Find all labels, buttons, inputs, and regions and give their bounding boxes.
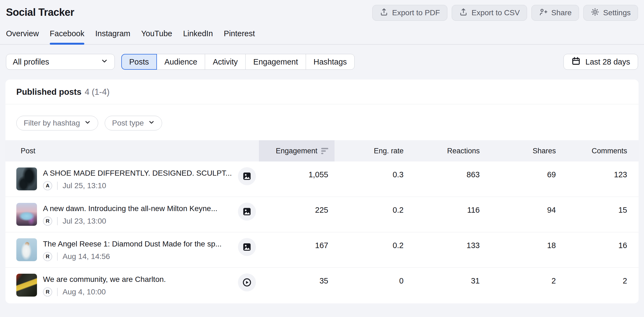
view-hashtags-button[interactable]: Hashtags <box>306 54 355 70</box>
toolbar: Export to PDF Export to CSV Share Settin… <box>372 5 638 21</box>
post-cell: The Angel Reese 1: Diamond Dust Made for… <box>5 232 259 267</box>
calendar-icon <box>571 56 581 68</box>
post-type-filter-label: Post type <box>112 119 144 127</box>
post-thumbnail[interactable] <box>16 238 37 261</box>
column-header-eng-rate[interactable]: Eng. rate <box>335 140 404 161</box>
tab-instagram[interactable]: Instagram <box>95 29 130 44</box>
comments-value: 15 <box>556 197 639 232</box>
post-meta: R Aug 4, 10:00 <box>43 287 166 297</box>
post-title[interactable]: A SHOE MADE DIFFERENTLY. DESIGNED. SCULP… <box>43 169 232 178</box>
tab-facebook[interactable]: Facebook <box>50 29 84 44</box>
engagement-value: 1,055 <box>259 161 335 197</box>
profile-badge: R <box>43 287 52 297</box>
comments-value: 2 <box>556 268 639 303</box>
post-date: Aug 14, 14:56 <box>63 252 110 261</box>
date-range-button[interactable]: Last 28 days <box>564 54 638 70</box>
profile-select-value: All profiles <box>13 57 49 66</box>
post-meta: A Jul 25, 13:10 <box>43 181 232 190</box>
engagement-value: 225 <box>259 197 335 232</box>
filter-row: All profiles Posts Audience Activity Eng… <box>0 54 644 70</box>
reactions-value: 116 <box>404 197 480 232</box>
hashtag-filter-dropdown[interactable]: Filter by hashtag <box>16 116 98 130</box>
eng-rate-value: 0.3 <box>335 161 404 197</box>
post-thumbnail[interactable] <box>16 167 37 190</box>
share-label: Share <box>551 8 572 17</box>
meta-divider <box>57 182 58 190</box>
view-audience-button[interactable]: Audience <box>157 54 205 70</box>
post-title[interactable]: A new dawn. Introducing the all-new Milt… <box>43 204 217 213</box>
tab-youtube[interactable]: YouTube <box>141 29 172 44</box>
settings-button[interactable]: Settings <box>583 5 638 21</box>
chevron-down-icon <box>148 119 155 127</box>
post-cell: We are community, we are Charlton. R Aug… <box>5 268 259 303</box>
upload-icon <box>380 8 388 18</box>
gear-icon <box>591 8 599 18</box>
published-posts-card: Published posts 4 (1-4) Filter by hashta… <box>5 80 639 303</box>
column-header-shares[interactable]: Shares <box>480 140 556 161</box>
chevron-down-icon <box>84 119 91 127</box>
post-thumbnail[interactable] <box>16 203 37 226</box>
reactions-value: 133 <box>404 232 480 267</box>
share-button[interactable]: Share <box>531 5 579 21</box>
engagement-value: 167 <box>259 232 335 267</box>
image-post-icon <box>238 203 256 221</box>
post-thumbnail[interactable] <box>16 274 37 297</box>
table-row: The Angel Reese 1: Diamond Dust Made for… <box>5 232 639 268</box>
comments-value: 123 <box>556 161 639 197</box>
hashtag-filter-label: Filter by hashtag <box>24 119 80 127</box>
export-csv-label: Export to CSV <box>472 8 520 17</box>
table-row: We are community, we are Charlton. R Aug… <box>5 268 639 303</box>
card-title: Published posts <box>16 87 81 97</box>
table-filters: Filter by hashtag Post type <box>5 104 639 140</box>
shares-value: 94 <box>480 197 556 232</box>
card-header: Published posts 4 (1-4) <box>5 80 639 104</box>
profile-select[interactable]: All profiles <box>6 54 115 70</box>
page-header: Social Tracker Export to PDF Export to C… <box>0 0 644 18</box>
view-activity-button[interactable]: Activity <box>205 54 246 70</box>
post-date: Jul 25, 13:10 <box>63 181 106 190</box>
post-title[interactable]: The Angel Reese 1: Diamond Dust Made for… <box>43 239 222 249</box>
export-pdf-button[interactable]: Export to PDF <box>372 5 447 21</box>
comments-value: 16 <box>556 232 639 267</box>
post-body: A new dawn. Introducing the all-new Milt… <box>43 203 217 232</box>
engagement-value: 35 <box>259 268 335 303</box>
post-type-filter-dropdown[interactable]: Post type <box>105 116 162 130</box>
meta-divider <box>57 217 58 225</box>
shares-value: 2 <box>480 268 556 303</box>
post-body: We are community, we are Charlton. R Aug… <box>43 274 166 303</box>
profile-badge: A <box>43 181 52 190</box>
table-row: A SHOE MADE DIFFERENTLY. DESIGNED. SCULP… <box>5 161 639 197</box>
post-title[interactable]: We are community, we are Charlton. <box>43 275 166 284</box>
export-csv-button[interactable]: Export to CSV <box>452 5 527 21</box>
sort-descending-icon <box>321 148 328 154</box>
table-row: A new dawn. Introducing the all-new Milt… <box>5 197 639 232</box>
image-post-icon <box>238 238 256 256</box>
reactions-value: 31 <box>404 268 480 303</box>
post-cell: A new dawn. Introducing the all-new Milt… <box>5 197 259 232</box>
meta-divider <box>57 288 58 296</box>
post-body: The Angel Reese 1: Diamond Dust Made for… <box>43 238 222 267</box>
column-header-comments[interactable]: Comments <box>556 140 639 161</box>
chevron-down-icon <box>101 57 108 66</box>
card-count: 4 (1-4) <box>85 87 109 97</box>
view-segmented-control: Posts Audience Activity Engagement Hasht… <box>121 54 355 70</box>
eng-rate-value: 0.2 <box>335 232 404 267</box>
column-header-post[interactable]: Post <box>5 140 259 161</box>
post-meta: R Aug 14, 14:56 <box>43 252 222 261</box>
tab-pinterest[interactable]: Pinterest <box>224 29 255 44</box>
video-post-icon <box>238 273 256 291</box>
view-engagement-button[interactable]: Engagement <box>245 54 306 70</box>
post-cell: A SHOE MADE DIFFERENTLY. DESIGNED. SCULP… <box>5 161 259 197</box>
column-header-engagement[interactable]: Engagement <box>259 140 335 161</box>
profile-badge: R <box>43 217 52 226</box>
column-header-reactions[interactable]: Reactions <box>404 140 480 161</box>
post-date: Aug 4, 10:00 <box>63 288 106 296</box>
channel-tabs: Overview Facebook Instagram YouTube Link… <box>0 29 644 45</box>
image-post-icon <box>238 167 256 185</box>
table-header-row: Post Engagement Eng. rate Reactions Shar… <box>5 140 639 161</box>
eng-rate-value: 0.2 <box>335 197 404 232</box>
post-meta: R Jul 23, 13:00 <box>43 217 217 226</box>
tab-overview[interactable]: Overview <box>6 29 39 44</box>
view-posts-button[interactable]: Posts <box>121 54 157 70</box>
tab-linkedin[interactable]: LinkedIn <box>183 29 213 44</box>
